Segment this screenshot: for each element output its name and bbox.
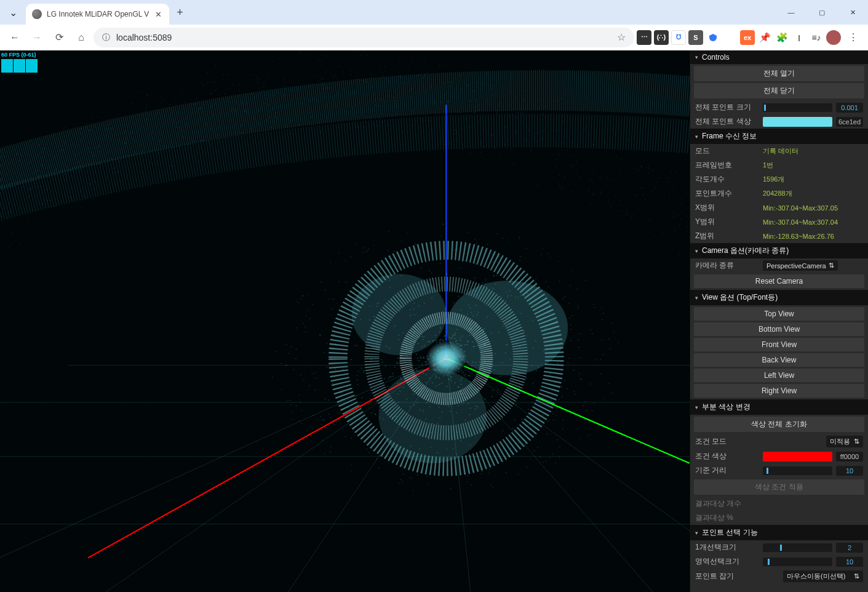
svg-rect-1483 [559,184,560,185]
ext-icon[interactable]: ⋯ [637,30,651,45]
condition-color-hex[interactable]: ff0000 [836,452,863,462]
svg-rect-1084 [146,107,146,108]
svg-rect-1150 [236,111,236,112]
address-bar[interactable]: ⓘ localhost:5089 ☆ [94,28,634,47]
back-view-button[interactable]: Back View [694,353,864,367]
svg-rect-2376 [568,538,568,538]
svg-rect-588 [334,424,335,425]
bookmark-icon[interactable]: ☆ [617,31,626,43]
ext-icon[interactable]: (∴) [654,30,669,45]
svg-rect-1438 [555,166,555,167]
svg-rect-986 [79,166,80,166]
single-select-value[interactable]: 2 [836,543,863,553]
section-camera[interactable]: Camera 옵션(카메라 종류) [690,243,868,258]
point-grab-select[interactable]: 마우스이동(미선택)⇅ [783,570,863,582]
open-all-button[interactable]: 전체 열기 [694,66,864,81]
section-controls[interactable]: Controls [690,50,868,64]
top-view-button[interactable]: Top View [694,307,864,321]
camera-type-select[interactable]: PerspectiveCamera⇅ [763,260,838,271]
svg-rect-1113 [181,130,182,130]
close-all-button[interactable]: 전체 닫기 [694,83,864,98]
base-dist-value[interactable]: 10 [836,466,863,476]
area-select-slider[interactable] [763,558,832,566]
reload-button[interactable]: ⟳ [49,28,69,47]
svg-rect-875 [590,330,591,330]
playlist-icon[interactable]: ≡♪ [809,30,824,45]
svg-rect-2132 [356,449,356,450]
base-dist-slider[interactable] [763,466,832,475]
point-color-hex[interactable]: 6ce1ed [836,117,863,127]
browser-tab[interactable]: LG Innotek MLiDAR OpenGL V ✕ [26,4,169,25]
chevron-down-icon: ⇅ [854,572,859,580]
ext-icon[interactable]: S [688,30,703,45]
svg-rect-245 [468,375,469,375]
svg-rect-1807 [405,372,405,373]
left-view-button[interactable]: Left View [694,369,864,382]
condition-color-swatch[interactable] [763,452,832,462]
svg-rect-1436 [507,140,508,141]
site-info-icon[interactable]: ⓘ [102,32,110,43]
svg-rect-1529 [607,177,607,178]
svg-rect-394 [474,346,475,346]
section-frame-info[interactable]: Frame 수신 정보 [690,129,868,144]
svg-rect-2002 [145,444,146,445]
label: 기준 거리 [695,465,759,476]
window-close[interactable]: ✕ [837,0,868,25]
lidar-viewport[interactable]: 60 FPS (0-61) [0,50,690,592]
svg-rect-2319 [8,433,9,434]
section-part-color[interactable]: 부분 색상 변경 [690,399,868,415]
svg-rect-1504 [615,134,616,135]
svg-rect-1540 [618,204,619,205]
extensions-icon[interactable]: 🧩 [774,30,789,45]
svg-rect-1615 [493,359,494,360]
svg-rect-385 [456,340,456,341]
ext-icon[interactable]: ℧ [671,30,686,45]
svg-rect-260 [506,292,506,292]
front-view-button[interactable]: Front View [694,338,864,351]
point-color-swatch[interactable] [763,117,832,127]
window-maximize[interactable]: ▢ [806,0,837,25]
svg-rect-2372 [260,380,261,380]
forward-button[interactable]: → [27,28,47,47]
svg-rect-26 [456,343,457,344]
ext-icon[interactable] [706,30,720,45]
svg-rect-766 [579,373,579,374]
right-view-button[interactable]: Right View [694,384,864,398]
area-select-value[interactable]: 10 [836,557,863,567]
tabs-dropdown[interactable]: ⌄ [4,3,22,22]
ext-icon[interactable]: 🛍 [723,30,738,45]
close-icon[interactable]: ✕ [154,9,163,20]
svg-rect-1440 [558,155,559,156]
svg-rect-1127 [202,84,203,85]
bottom-view-button[interactable]: Bottom View [694,322,864,336]
section-view[interactable]: View 옵션 (Top/Font등) [690,290,868,305]
svg-rect-2039 [138,469,138,470]
svg-rect-2175 [165,458,165,459]
section-point-select[interactable]: 포인트 선택 기능 [690,525,868,540]
new-tab-button[interactable]: + [169,6,191,19]
svg-rect-1506 [592,180,592,180]
svg-rect-2140 [507,475,508,476]
svg-rect-107 [465,399,466,400]
condition-mode-select[interactable]: 미적용⇅ [826,436,863,447]
reset-colors-button[interactable]: 색상 전체 초기화 [694,417,864,432]
pin-icon[interactable]: 📌 [757,30,772,45]
point-size-slider[interactable] [763,103,832,112]
window-minimize[interactable]: — [776,0,806,25]
svg-rect-2098 [249,446,249,447]
svg-rect-433 [379,417,380,418]
back-button[interactable]: ← [5,28,25,47]
svg-rect-1212 [298,124,299,125]
home-button[interactable]: ⌂ [71,28,91,47]
ext-icon[interactable]: ex [740,30,755,45]
profile-avatar[interactable] [826,30,841,45]
svg-rect-2121 [305,437,305,438]
menu-button[interactable]: ⋮ [843,28,863,47]
apply-color-condition-button[interactable]: 색상 조건 적용 [694,479,864,495]
reset-camera-button[interactable]: Reset Camera [694,274,864,288]
single-select-slider[interactable] [763,543,832,552]
svg-rect-773 [519,356,520,357]
svg-rect-687 [425,361,426,362]
svg-rect-1981 [689,291,690,292]
point-size-value[interactable]: 0.001 [836,103,863,113]
